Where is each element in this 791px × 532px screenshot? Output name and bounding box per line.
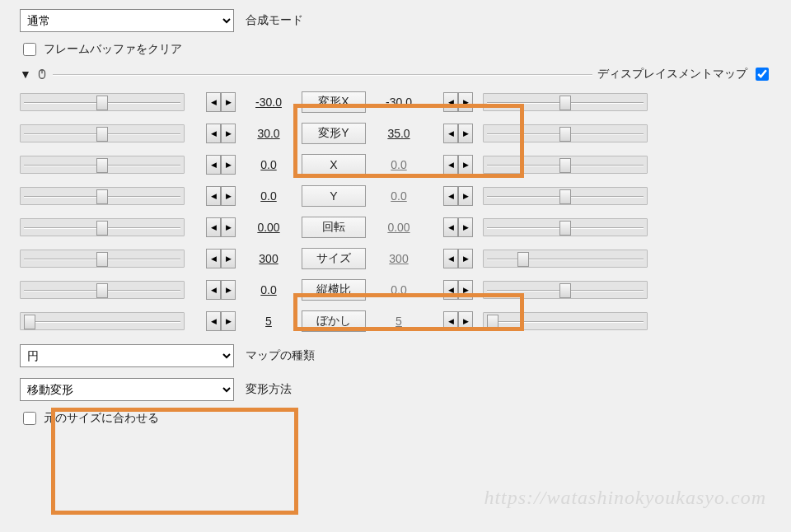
spin-right-icon[interactable]: ▶ bbox=[458, 311, 473, 331]
param-right-spin[interactable]: ◀▶ bbox=[443, 249, 473, 268]
param-left-value[interactable]: 5 bbox=[246, 315, 292, 328]
spin-left-icon[interactable]: ◀ bbox=[443, 92, 458, 112]
param-right-value[interactable]: 0.00 bbox=[376, 221, 422, 234]
watermark: https://watashinokyoukasyo.com bbox=[484, 487, 766, 509]
param-right-spin[interactable]: ◀▶ bbox=[443, 186, 473, 206]
spin-right-icon[interactable]: ▶ bbox=[221, 311, 236, 331]
param-label-button[interactable]: ぼかし bbox=[302, 310, 366, 332]
spin-left-icon[interactable]: ◀ bbox=[206, 249, 221, 268]
spin-left-icon[interactable]: ◀ bbox=[206, 217, 221, 237]
spin-right-icon[interactable]: ▶ bbox=[458, 280, 473, 300]
param-left-value[interactable]: 0.00 bbox=[246, 221, 292, 234]
spin-right-icon[interactable]: ▶ bbox=[458, 92, 473, 112]
param-right-value[interactable]: 5 bbox=[376, 315, 422, 328]
param-left-slider[interactable] bbox=[20, 312, 185, 330]
param-left-spin[interactable]: ◀▶ bbox=[206, 92, 236, 112]
spin-left-icon[interactable]: ◀ bbox=[206, 155, 221, 175]
param-label-button[interactable]: 回転 bbox=[302, 217, 366, 238]
spin-right-icon[interactable]: ▶ bbox=[458, 249, 473, 268]
param-right-value[interactable]: 35.0 bbox=[376, 127, 422, 140]
param-left-slider[interactable] bbox=[20, 187, 185, 205]
param-right-slider[interactable] bbox=[483, 187, 648, 205]
param-left-slider[interactable] bbox=[20, 156, 185, 174]
param-row-5: ◀▶300サイズ300◀▶ bbox=[20, 248, 771, 269]
spin-right-icon[interactable]: ▶ bbox=[458, 155, 473, 175]
param-left-slider[interactable] bbox=[20, 124, 185, 142]
spin-left-icon[interactable]: ◀ bbox=[206, 311, 221, 331]
param-right-spin[interactable]: ◀▶ bbox=[443, 280, 473, 300]
spin-right-icon[interactable]: ▶ bbox=[458, 186, 473, 206]
param-right-value[interactable]: 300 bbox=[376, 252, 422, 265]
param-left-spin[interactable]: ◀▶ bbox=[206, 249, 236, 268]
clear-framebuffer-label: フレームバッファをクリア bbox=[44, 42, 182, 57]
spin-left-icon[interactable]: ◀ bbox=[443, 186, 458, 206]
param-left-value[interactable]: 0.0 bbox=[246, 189, 292, 203]
spin-left-icon[interactable]: ◀ bbox=[206, 280, 221, 300]
param-left-spin[interactable]: ◀▶ bbox=[206, 217, 236, 237]
spin-right-icon[interactable]: ▶ bbox=[221, 124, 236, 143]
spin-left-icon[interactable]: ◀ bbox=[206, 124, 221, 143]
param-right-slider[interactable] bbox=[483, 312, 648, 330]
param-label-button[interactable]: 縦横比 bbox=[302, 279, 366, 301]
spin-left-icon[interactable]: ◀ bbox=[443, 217, 458, 237]
param-right-slider[interactable] bbox=[483, 218, 648, 236]
param-left-slider[interactable] bbox=[20, 281, 185, 299]
param-row-4: ◀▶0.00回転0.00◀▶ bbox=[20, 217, 771, 238]
spin-right-icon[interactable]: ▶ bbox=[458, 124, 473, 143]
spin-left-icon[interactable]: ◀ bbox=[443, 311, 458, 331]
param-left-value[interactable]: 300 bbox=[246, 252, 292, 265]
param-left-spin[interactable]: ◀▶ bbox=[206, 186, 236, 206]
param-right-spin[interactable]: ◀▶ bbox=[443, 311, 473, 331]
spin-left-icon[interactable]: ◀ bbox=[443, 249, 458, 268]
spin-left-icon[interactable]: ◀ bbox=[206, 92, 221, 112]
section-enable-checkbox[interactable] bbox=[756, 68, 769, 81]
param-label-button[interactable]: 変形X bbox=[302, 91, 366, 113]
spin-right-icon[interactable]: ▶ bbox=[458, 217, 473, 237]
param-left-slider[interactable] bbox=[20, 250, 185, 268]
param-right-slider[interactable] bbox=[483, 250, 648, 268]
param-left-spin[interactable]: ◀▶ bbox=[206, 311, 236, 331]
param-right-slider[interactable] bbox=[483, 124, 648, 142]
param-right-value[interactable]: 0.0 bbox=[376, 158, 422, 171]
spin-right-icon[interactable]: ▶ bbox=[221, 249, 236, 268]
param-left-value[interactable]: 0.0 bbox=[246, 158, 292, 171]
param-label-button[interactable]: X bbox=[302, 154, 366, 175]
param-label-button[interactable]: 変形Y bbox=[302, 123, 366, 144]
deform-method-select[interactable]: 移動変形 bbox=[20, 378, 234, 401]
param-left-value[interactable]: 30.0 bbox=[246, 127, 292, 140]
param-right-value[interactable]: -30.0 bbox=[376, 96, 422, 109]
clear-framebuffer-checkbox[interactable] bbox=[23, 43, 36, 56]
blend-mode-select[interactable]: 通常 bbox=[20, 9, 234, 32]
spin-left-icon[interactable]: ◀ bbox=[443, 124, 458, 143]
spin-right-icon[interactable]: ▶ bbox=[221, 155, 236, 175]
param-left-value[interactable]: 0.0 bbox=[246, 283, 292, 296]
param-left-spin[interactable]: ◀▶ bbox=[206, 124, 236, 143]
param-right-spin[interactable]: ◀▶ bbox=[443, 217, 473, 237]
param-left-spin[interactable]: ◀▶ bbox=[206, 155, 236, 175]
param-right-value[interactable]: 0.0 bbox=[376, 189, 422, 203]
param-label-button[interactable]: Y bbox=[302, 185, 366, 207]
param-right-spin[interactable]: ◀▶ bbox=[443, 155, 473, 175]
param-right-slider[interactable] bbox=[483, 156, 648, 174]
map-type-select[interactable]: 円 bbox=[20, 344, 234, 367]
param-left-value[interactable]: -30.0 bbox=[246, 96, 292, 109]
spin-right-icon[interactable]: ▶ bbox=[221, 280, 236, 300]
spin-right-icon[interactable]: ▶ bbox=[221, 92, 236, 112]
param-label-button[interactable]: サイズ bbox=[302, 248, 366, 269]
param-right-slider[interactable] bbox=[483, 281, 648, 299]
spin-right-icon[interactable]: ▶ bbox=[221, 217, 236, 237]
spin-right-icon[interactable]: ▶ bbox=[221, 186, 236, 206]
fit-original-checkbox[interactable] bbox=[23, 412, 36, 425]
param-row-1: ◀▶30.0変形Y35.0◀▶ bbox=[20, 123, 771, 144]
spin-left-icon[interactable]: ◀ bbox=[443, 280, 458, 300]
param-right-spin[interactable]: ◀▶ bbox=[443, 124, 473, 143]
param-left-slider[interactable] bbox=[20, 93, 185, 111]
spin-left-icon[interactable]: ◀ bbox=[443, 155, 458, 175]
param-left-spin[interactable]: ◀▶ bbox=[206, 280, 236, 300]
spin-left-icon[interactable]: ◀ bbox=[206, 186, 221, 206]
disclosure-triangle-icon[interactable]: ▼ bbox=[20, 68, 31, 81]
param-right-value[interactable]: 0.0 bbox=[376, 283, 422, 296]
param-left-slider[interactable] bbox=[20, 218, 185, 236]
param-right-spin[interactable]: ◀▶ bbox=[443, 92, 473, 112]
param-right-slider[interactable] bbox=[483, 93, 648, 111]
